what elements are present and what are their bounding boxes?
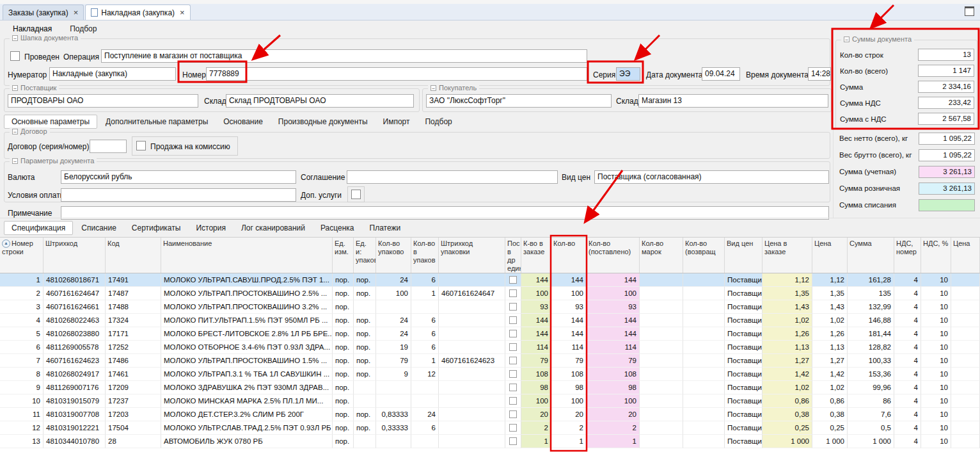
parameter-tab[interactable]: Основные параметры: [4, 115, 97, 129]
table-cell[interactable]: [640, 300, 683, 314]
table-cell[interactable]: 17491: [106, 273, 161, 287]
table-cell[interactable]: МОЛОКО ОТБОРНОЕ 3.4-6% ПЭТ 0.93Л ЗДРА...: [161, 341, 333, 354]
table-cell[interactable]: 114: [587, 341, 640, 354]
checkbox-icon[interactable]: [509, 289, 517, 297]
column-header[interactable]: Пос в др един: [505, 238, 521, 273]
table-cell[interactable]: 17504: [106, 421, 161, 435]
spec-tab[interactable]: История: [189, 222, 233, 234]
table-cell[interactable]: 4607161624623: [43, 354, 106, 368]
table-cell[interactable]: пор.: [333, 341, 354, 354]
table-cell[interactable]: пор.: [333, 381, 354, 394]
table-cell[interactable]: 79: [551, 354, 587, 368]
checkbox-icon[interactable]: [509, 343, 517, 351]
table-cell[interactable]: 20: [587, 408, 640, 421]
parameter-tab[interactable]: Основание: [216, 115, 270, 128]
table-cell[interactable]: 10: [921, 421, 951, 435]
dogovor-number-input[interactable]: [90, 140, 127, 153]
checkbox-icon[interactable]: [509, 330, 517, 337]
table-cell[interactable]: 79: [587, 354, 640, 368]
table-cell[interactable]: пор.: [354, 341, 376, 354]
table-cell[interactable]: [640, 341, 683, 354]
checkbox-icon[interactable]: [509, 424, 517, 432]
proveden-checkbox[interactable]: [10, 51, 20, 61]
table-cell[interactable]: 1,12: [812, 273, 848, 287]
table-cell[interactable]: 181,44: [848, 327, 894, 341]
column-header[interactable]: Кол-во марок: [640, 238, 683, 273]
table-cell[interactable]: 1,35: [763, 287, 812, 300]
buyer-name-input[interactable]: ЗАО "ЛюксСофтТорг": [426, 94, 612, 108]
table-cell[interactable]: [411, 381, 439, 394]
table-cell[interactable]: [951, 300, 980, 314]
parameter-tab[interactable]: Производные документы: [271, 115, 375, 128]
extra-services-checkbox[interactable]: [351, 190, 361, 199]
table-cell[interactable]: [439, 435, 505, 448]
buyer-sklad-input[interactable]: Магазин 13: [638, 94, 828, 108]
table-row[interactable]: 9481126900717617209МОЛОКО ЗДРАВУШКА 2% П…: [0, 381, 980, 394]
table-cell[interactable]: 4607161624661: [43, 300, 106, 314]
table-cell[interactable]: 4: [894, 421, 921, 435]
table-cell[interactable]: 93: [551, 300, 587, 314]
table-cell[interactable]: 146,88: [848, 314, 894, 327]
table-cell[interactable]: 2: [551, 421, 587, 435]
table-cell[interactable]: [505, 273, 521, 287]
table-cell[interactable]: [640, 314, 683, 327]
table-cell[interactable]: 4811269007176: [43, 381, 106, 394]
column-header[interactable]: Кол-во (поставлено): [587, 238, 640, 273]
table-cell[interactable]: 1 000: [812, 435, 848, 448]
table-cell[interactable]: пор.: [333, 314, 354, 327]
table-cell[interactable]: 4: [894, 408, 921, 421]
collapse-icon[interactable]: −: [431, 85, 436, 91]
table-cell[interactable]: 100: [376, 287, 411, 300]
table-row[interactable]: 1481026801867117491МОЛОКО УЛЬТРАП.САВУШ.…: [0, 273, 980, 287]
table-cell[interactable]: Поставщи...: [725, 300, 763, 314]
table-cell[interactable]: [505, 408, 521, 421]
table-cell[interactable]: 9: [376, 368, 411, 381]
table-cell[interactable]: [683, 435, 725, 448]
table-cell[interactable]: МОЛОКО УЛЬТРАП.ПРОСТОКВАШИНО 1.5% ...: [161, 354, 333, 368]
table-cell[interactable]: пор.: [333, 287, 354, 300]
table-row[interactable]: 3460716162466117488МОЛОКО УЛЬТРАП.ПРОСТО…: [0, 300, 980, 314]
table-cell[interactable]: [683, 273, 725, 287]
table-cell[interactable]: 1,42: [812, 368, 848, 381]
table-cell[interactable]: 17487: [106, 287, 161, 300]
table-cell[interactable]: [951, 408, 980, 421]
table-cell[interactable]: 100: [587, 287, 640, 300]
table-cell[interactable]: 10: [921, 408, 951, 421]
table-cell[interactable]: 93: [521, 300, 551, 314]
table-cell[interactable]: 6: [0, 341, 43, 354]
table-cell[interactable]: 4607161624647: [43, 287, 106, 300]
column-header[interactable]: НДС, номер: [894, 238, 921, 273]
table-cell[interactable]: АВТОМОБИЛЬ ЖУК 0780 РБ: [161, 435, 333, 448]
column-header[interactable]: Штрихкод: [43, 238, 106, 273]
table-cell[interactable]: [640, 327, 683, 341]
checkbox-icon[interactable]: [509, 357, 517, 364]
table-cell[interactable]: 17203: [106, 408, 161, 421]
table-cell[interactable]: [505, 300, 521, 314]
table-cell[interactable]: 1,12: [763, 273, 812, 287]
table-cell[interactable]: Поставщи...: [725, 381, 763, 394]
table-cell[interactable]: 5: [0, 327, 43, 341]
table-row[interactable]: 5481026802388017171МОЛОКО БРЕСТ-ЛИТОВСКО…: [0, 327, 980, 341]
doc-time-input[interactable]: 14:28: [808, 67, 831, 81]
table-cell[interactable]: 144: [587, 273, 640, 287]
table-cell[interactable]: 20: [521, 408, 551, 421]
table-cell[interactable]: [411, 300, 439, 314]
column-header[interactable]: Кол-во: [551, 238, 587, 273]
table-cell[interactable]: [354, 300, 376, 314]
table-cell[interactable]: Поставщи...: [725, 327, 763, 341]
table-cell[interactable]: [376, 300, 411, 314]
table-cell[interactable]: 4: [894, 273, 921, 287]
table-cell[interactable]: [411, 394, 439, 408]
table-cell[interactable]: 4: [894, 394, 921, 408]
table-cell[interactable]: [951, 368, 980, 381]
table-cell[interactable]: 1,27: [812, 354, 848, 368]
column-header[interactable]: К-во в заказе: [521, 238, 551, 273]
collapse-icon[interactable]: −: [12, 129, 18, 134]
table-cell[interactable]: 0,86: [763, 394, 812, 408]
table-cell[interactable]: МОЛОКО УЛЬТР.СЛАВ.ТРАД.2.5% ПЭТ 0.93Л РБ: [161, 421, 333, 435]
table-cell[interactable]: 1 000: [848, 435, 894, 448]
table-cell[interactable]: 4607161624623: [439, 354, 505, 368]
table-cell[interactable]: [683, 300, 725, 314]
currency-input[interactable]: Белорусский рубль: [61, 170, 296, 184]
column-header[interactable]: Кол-во упаково: [376, 238, 411, 273]
